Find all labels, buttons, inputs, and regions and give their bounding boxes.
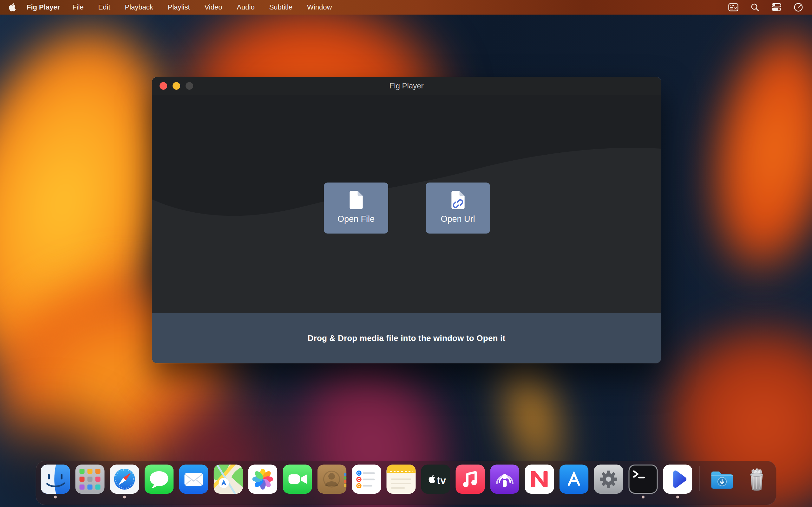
running-indicator [123, 496, 126, 498]
window-titlebar[interactable]: Fig Player [152, 77, 661, 95]
menu-file[interactable]: File [65, 3, 91, 11]
apple-menu[interactable] [9, 3, 16, 11]
dock-item-messages[interactable] [145, 464, 174, 494]
maps-icon [214, 464, 243, 494]
traffic-lights [159, 77, 193, 95]
system-settings-icon [594, 464, 623, 494]
tv-icon: tv [421, 464, 450, 494]
dock-item-reminders[interactable] [352, 464, 381, 494]
dock-item-notes[interactable] [387, 464, 416, 494]
dock-item-news[interactable] [525, 464, 554, 494]
dock-item-facetime[interactable] [283, 464, 312, 494]
active-app-menu[interactable]: Fig Player [27, 3, 60, 11]
news-icon [525, 464, 554, 494]
dock-item-tv[interactable]: tv [421, 464, 450, 494]
menu-playlist[interactable]: Playlist [160, 3, 197, 11]
contacts-icon [317, 464, 347, 494]
music-icon [456, 464, 485, 494]
mail-icon [179, 464, 208, 494]
minimize-button[interactable] [172, 82, 180, 90]
window-title: Fig Player [152, 81, 661, 90]
zoom-button-disabled [186, 82, 193, 90]
menu-video[interactable]: Video [197, 3, 230, 11]
search-icon[interactable] [751, 3, 759, 12]
dock-item-trash[interactable] [742, 464, 771, 494]
desktop: Fig Player File Edit Playback Playlist V… [0, 0, 812, 507]
running-indicator [676, 496, 679, 498]
dock-item-fig-player[interactable] [663, 464, 693, 494]
finder-icon [41, 464, 70, 494]
open-file-label: Open File [338, 214, 374, 224]
messages-icon [145, 464, 174, 494]
dock-item-launchpad[interactable] [75, 464, 105, 494]
menu-status-area [728, 3, 803, 12]
apple-logo-icon [9, 3, 16, 11]
gauge-icon[interactable] [794, 3, 803, 12]
menu-edit[interactable]: Edit [91, 3, 118, 11]
tv-badge-text: tv [437, 475, 446, 486]
open-file-button[interactable]: Open File [324, 182, 388, 233]
dock-item-terminal[interactable] [629, 464, 658, 494]
downloads-folder-icon [708, 464, 737, 494]
drop-zone-footer: Drog & Drop media file into the window t… [152, 313, 661, 363]
drop-hint-text: Drog & Drop media file into the window t… [308, 333, 506, 343]
dock-item-mail[interactable] [179, 464, 208, 494]
dock-item-downloads[interactable] [708, 464, 737, 494]
running-indicator [642, 496, 645, 498]
podcasts-icon [490, 464, 519, 494]
fig-player-icon [663, 464, 693, 494]
fig-player-window: Fig Player Open File Open Url Drog & Dro… [152, 77, 661, 363]
dock-item-maps[interactable] [214, 464, 243, 494]
launchpad-icon [75, 464, 105, 494]
menu-subtitle[interactable]: Subtitle [262, 3, 300, 11]
photos-icon [248, 464, 277, 494]
menu-playback[interactable]: Playback [118, 3, 160, 11]
running-indicator [54, 496, 57, 498]
control-center-icon[interactable] [771, 3, 781, 12]
safari-icon [110, 464, 139, 494]
input-source-icon[interactable] [728, 3, 739, 11]
facetime-icon [283, 464, 312, 494]
app-store-icon [560, 464, 589, 494]
dock-item-photos[interactable] [248, 464, 277, 494]
window-wave-decoration [152, 95, 661, 313]
dock-item-music[interactable] [456, 464, 485, 494]
open-url-button[interactable]: Open Url [426, 182, 490, 233]
dock-item-appstore[interactable] [560, 464, 589, 494]
document-link-icon [450, 190, 466, 210]
menu-bar: Fig Player File Edit Playback Playlist V… [0, 0, 812, 14]
reminders-icon [352, 464, 381, 494]
dock-item-settings[interactable] [594, 464, 623, 494]
open-url-label: Open Url [441, 214, 475, 224]
document-icon [348, 190, 364, 210]
dock-item-finder[interactable] [41, 464, 70, 494]
menu-window[interactable]: Window [300, 3, 339, 11]
terminal-icon [629, 464, 658, 494]
dock: tv [36, 461, 776, 505]
dock-item-contacts[interactable] [317, 464, 347, 494]
notes-icon [387, 464, 416, 494]
dock-item-podcasts[interactable] [490, 464, 519, 494]
dock-item-safari[interactable] [110, 464, 139, 494]
trash-icon [742, 464, 771, 494]
close-button[interactable] [159, 82, 167, 90]
dock-divider [700, 466, 700, 491]
menu-audio[interactable]: Audio [229, 3, 262, 11]
